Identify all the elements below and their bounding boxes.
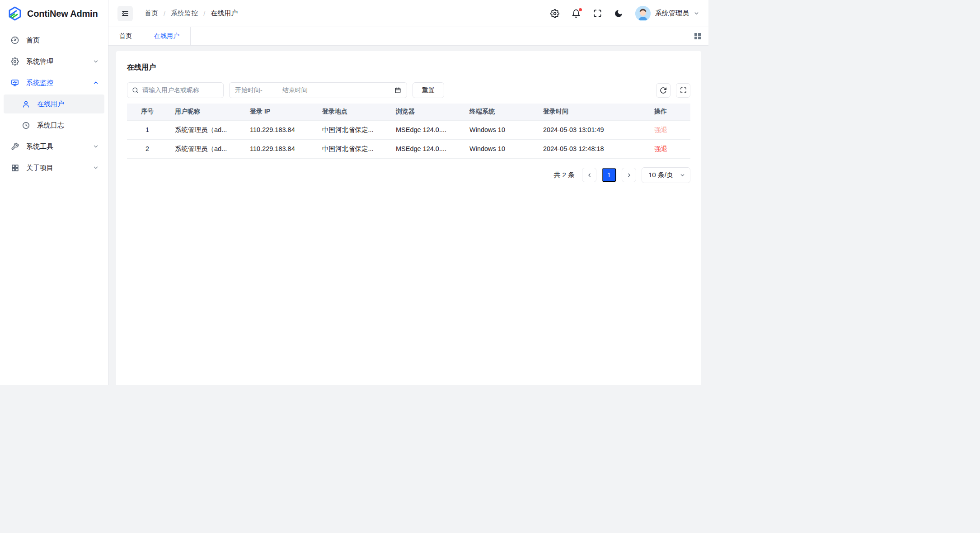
column-header-os: 终端系统 [462, 104, 536, 120]
sidebar-item-label: 系统日志 [37, 121, 64, 130]
column-header-ip: 登录 IP [243, 104, 315, 120]
date-range-picker[interactable]: 开始时间 - 结束时间 [229, 82, 407, 98]
page-size-value: 10 条/页 [648, 171, 673, 179]
table-row: 2 系统管理员（ad... 110.229.183.84 中国河北省保定... … [127, 139, 690, 158]
tab-home[interactable]: 首页 [108, 27, 143, 45]
table-header-row: 序号 用户昵称 登录 IP 登录地点 浏览器 终端系统 登录时间 操作 [127, 104, 690, 120]
app-logo[interactable]: ContiNew Admin [0, 0, 108, 27]
notification-bell-icon[interactable] [572, 9, 581, 18]
pagination: 共 2 条 1 10 条/页 [127, 167, 690, 183]
cell-location: 中国河北省保定... [315, 120, 389, 139]
chevron-down-icon [93, 143, 99, 150]
sidebar-item-home[interactable]: 首页 [4, 31, 104, 50]
calendar-icon [394, 87, 401, 94]
chevron-up-icon [93, 80, 99, 86]
breadcrumb-separator: / [203, 9, 205, 17]
breadcrumb-item-online-users: 在线用户 [211, 9, 238, 18]
column-header-login-time: 登录时间 [536, 104, 647, 120]
search-icon [132, 87, 139, 94]
force-logout-link[interactable]: 强退 [654, 145, 667, 152]
date-range-separator: - [260, 87, 263, 94]
online-users-table: 序号 用户昵称 登录 IP 登录地点 浏览器 终端系统 登录时间 操作 1 [127, 104, 690, 159]
breadcrumb-item-home[interactable]: 首页 [145, 9, 158, 18]
avatar [635, 6, 651, 21]
sidebar-item-label: 系统管理 [26, 57, 93, 66]
cell-browser: MSEdge 124.0.... [389, 139, 462, 158]
cell-index: 2 [127, 139, 168, 158]
fullscreen-icon[interactable] [593, 9, 602, 18]
tab-online-users[interactable]: 在线用户 [143, 27, 191, 45]
dashboard-icon [11, 36, 19, 44]
cell-browser: MSEdge 124.0.... [389, 120, 462, 139]
topbar-actions: 系统管理员 [550, 6, 699, 21]
sidebar-item-system-management[interactable]: 系统管理 [4, 52, 104, 71]
cell-location: 中国河北省保定... [315, 139, 389, 158]
app-title: ContiNew Admin [27, 9, 98, 19]
pagination-page-1[interactable]: 1 [602, 168, 616, 182]
cell-index: 1 [127, 120, 168, 139]
sidebar-item-label: 系统工具 [26, 142, 93, 151]
cell-nickname: 系统管理员（ad... [168, 120, 243, 139]
tab-label: 在线用户 [154, 32, 179, 40]
sidebar-item-label: 系统监控 [26, 79, 93, 87]
sidebar: ContiNew Admin 首页 系统管理 [0, 0, 108, 385]
tab-bar: 首页 在线用户 [108, 27, 708, 46]
search-placeholder: 请输入用户名或昵称 [142, 86, 199, 94]
cell-os: Windows 10 [462, 120, 536, 139]
content-area: 在线用户 请输入用户名或昵称 开始时间 - 结束时间 [108, 46, 708, 385]
column-header-location: 登录地点 [315, 104, 389, 120]
end-date-placeholder: 结束时间 [282, 86, 394, 94]
wrench-icon [11, 142, 19, 151]
cell-login-time: 2024-05-03 13:01:49 [536, 120, 647, 139]
dark-mode-moon-icon[interactable] [614, 9, 623, 18]
sidebar-item-system-log[interactable]: 系统日志 [4, 116, 104, 135]
notification-badge [579, 8, 582, 11]
chevron-down-icon [694, 10, 699, 16]
gear-icon [11, 57, 19, 66]
column-header-nickname: 用户昵称 [168, 104, 243, 120]
cell-ip: 110.229.183.84 [243, 120, 315, 139]
pagination-next-button[interactable] [622, 168, 636, 182]
refresh-button[interactable] [656, 83, 671, 98]
chevron-down-icon [93, 58, 99, 65]
sidebar-item-label: 在线用户 [37, 100, 64, 108]
main-area: 首页 / 系统监控 / 在线用户 [108, 0, 708, 385]
settings-gear-icon[interactable] [550, 9, 559, 18]
sidebar-item-label: 首页 [26, 36, 99, 45]
breadcrumb-separator: / [164, 9, 165, 17]
breadcrumb-item-system-monitor[interactable]: 系统监控 [171, 9, 198, 18]
sidebar-item-about-project[interactable]: 关于项目 [4, 158, 104, 177]
logo-icon [7, 6, 23, 21]
grid-icon [11, 164, 19, 172]
pagination-prev-button[interactable] [582, 168, 596, 182]
sidebar-item-system-monitor[interactable]: 系统监控 [4, 73, 104, 92]
tabbar-spacer [191, 27, 687, 45]
sidebar-item-system-tools[interactable]: 系统工具 [4, 137, 104, 156]
reset-button[interactable]: 重置 [413, 82, 444, 98]
user-name: 系统管理员 [655, 9, 689, 18]
sidebar-item-online-users[interactable]: 在线用户 [4, 94, 104, 113]
table-fullscreen-button[interactable] [676, 83, 690, 98]
column-header-actions: 操作 [647, 104, 690, 120]
column-header-browser: 浏览器 [389, 104, 462, 120]
chevron-down-icon [93, 165, 99, 171]
breadcrumb: 首页 / 系统监控 / 在线用户 [145, 9, 238, 18]
app-root: ContiNew Admin 首页 系统管理 [0, 0, 708, 385]
cell-os: Windows 10 [462, 139, 536, 158]
user-menu[interactable]: 系统管理员 [635, 6, 699, 21]
sidebar-item-label: 关于项目 [26, 164, 93, 172]
filter-toolbar: 请输入用户名或昵称 开始时间 - 结束时间 重置 [127, 82, 690, 98]
topbar: 首页 / 系统监控 / 在线用户 [108, 0, 708, 27]
online-users-card: 在线用户 请输入用户名或昵称 开始时间 - 结束时间 [116, 51, 701, 385]
clock-icon [22, 121, 30, 129]
cell-ip: 110.229.183.84 [243, 139, 315, 158]
tab-label: 首页 [119, 32, 132, 40]
tab-actions-grid-icon[interactable] [687, 27, 708, 45]
user-icon [22, 100, 30, 108]
search-input[interactable]: 请输入用户名或昵称 [127, 82, 224, 98]
sidebar-collapse-button[interactable] [117, 6, 133, 21]
start-date-placeholder: 开始时间 [235, 86, 260, 94]
cell-nickname: 系统管理员（ad... [168, 139, 243, 158]
page-size-select[interactable]: 10 条/页 [642, 167, 690, 183]
table-row: 1 系统管理员（ad... 110.229.183.84 中国河北省保定... … [127, 120, 690, 139]
